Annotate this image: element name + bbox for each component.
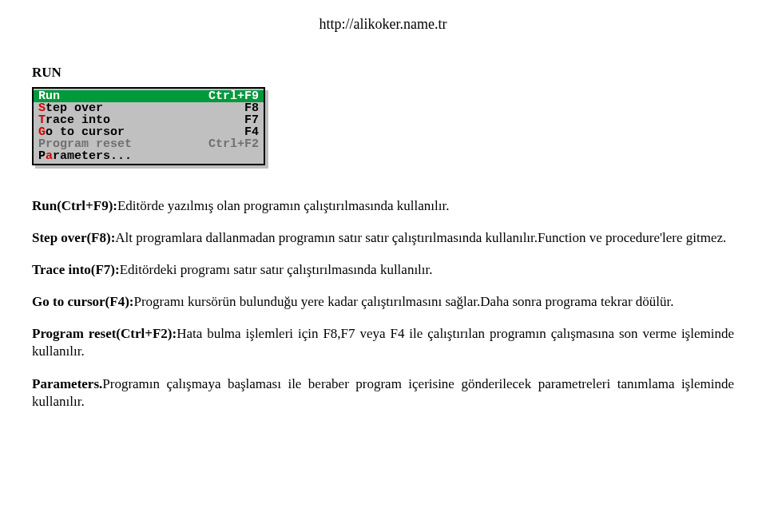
term: Trace into(F7):	[32, 262, 120, 277]
para-step-over: Step over(F8):Alt programlara dallanmada…	[32, 229, 734, 247]
menu-item-parameters[interactable]: Parameters...	[34, 150, 264, 162]
menu-shortcut: F7	[244, 114, 259, 126]
desc: Programı kursörün bulunduğu yere kadar ç…	[133, 294, 673, 309]
menu-shortcut: Ctrl+F2	[208, 138, 259, 150]
para-program-reset: Program reset(Ctrl+F2):Hata bulma işleml…	[32, 325, 734, 360]
menu-accel: a	[46, 149, 53, 163]
menu-item-run[interactable]: Run Ctrl+F9	[34, 90, 264, 102]
para-run: Run(Ctrl+F9):Editörde yazılmış olan prog…	[32, 197, 734, 215]
para-trace-into: Trace into(F7):Editördeki programı satır…	[32, 261, 734, 279]
menu-item-go-to-cursor[interactable]: Go to cursor F4	[34, 126, 264, 138]
menu-item-step-over[interactable]: Step over F8	[34, 102, 264, 114]
desc: Editörde yazılmış olan programın çalıştı…	[117, 198, 449, 213]
desc: Programın çalışmaya başlaması ile berabe…	[32, 376, 734, 409]
term: Parameters.	[32, 376, 102, 391]
menu-shortcut: F4	[244, 126, 259, 138]
menu-shortcut: F8	[244, 102, 259, 114]
menu-item-program-reset: Program reset Ctrl+F2	[34, 138, 264, 150]
page-header-url: http://alikoker.name.tr	[32, 16, 734, 33]
menu-item-trace-into[interactable]: Trace into F7	[34, 114, 264, 126]
section-title-run: RUN	[32, 65, 734, 81]
term: Go to cursor(F4):	[32, 294, 133, 309]
desc: Alt programlara dallanmadan programın sa…	[115, 230, 726, 245]
para-go-to-cursor: Go to cursor(F4):Programı kursörün bulun…	[32, 293, 734, 311]
run-menu: Run Ctrl+F9 Step over F8 Trace into F7 G…	[32, 87, 265, 165]
term: Step over(F8):	[32, 230, 115, 245]
menu-label: rameters...	[53, 149, 132, 163]
desc: Editördeki programı satır satır çalıştır…	[120, 262, 433, 277]
para-parameters: Parameters.Programın çalışmaya başlaması…	[32, 375, 734, 411]
term: Run(Ctrl+F9):	[32, 198, 117, 213]
menu-shortcut: Ctrl+F9	[208, 90, 259, 102]
menu-label-pre: P	[38, 149, 46, 163]
term: Program reset(Ctrl+F2):	[32, 326, 177, 341]
